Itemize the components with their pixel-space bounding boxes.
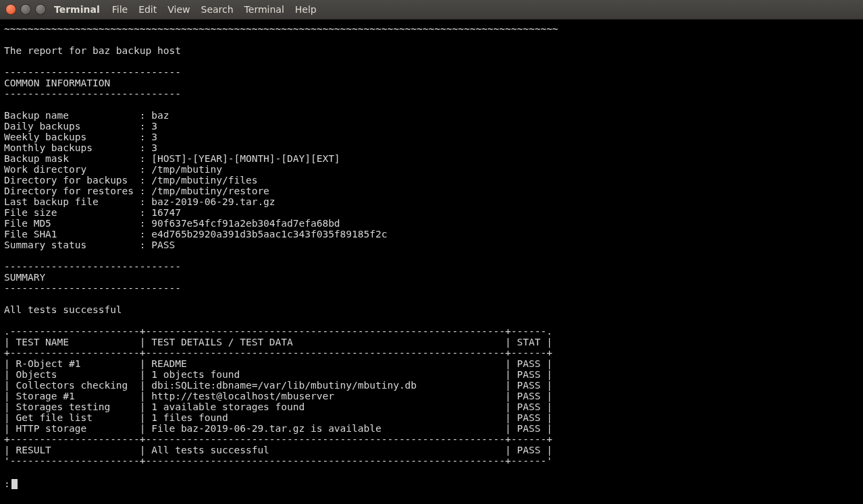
menu-search[interactable]: Search <box>196 4 239 15</box>
terminal-line: ------------------------------ <box>4 261 859 272</box>
terminal-line <box>4 315 859 326</box>
menu-help[interactable]: Help <box>290 4 322 15</box>
terminal-line: File SHA1 : e4d765b2920a391d3b5aac1c343f… <box>4 229 859 240</box>
terminal-line: '----------------------+----------------… <box>4 455 859 466</box>
terminal-line: Summary status : PASS <box>4 240 859 250</box>
terminal-line: COMMON INFORMATION <box>4 78 859 88</box>
terminal-line <box>4 34 859 45</box>
terminal-line: Monthly backups : 3 <box>4 142 859 153</box>
cursor-icon <box>11 479 18 489</box>
terminal-line: ~~~~~~~~~~~~~~~~~~~~~~~~~~~~~~~~~~~~~~~~… <box>4 24 859 34</box>
terminal-line <box>4 250 859 261</box>
menu-terminal[interactable]: Terminal <box>239 4 290 15</box>
terminal-line <box>4 293 859 304</box>
terminal-line: ------------------------------ <box>4 67 859 78</box>
terminal-line: | Storage #1 | http://test@localhost/mbu… <box>4 391 859 401</box>
terminal-prompt[interactable]: : <box>4 478 859 489</box>
terminal-line: | Collectors checking | dbi:SQLite:dbnam… <box>4 380 859 391</box>
terminal-line: | Objects | 1 objects found | PASS | <box>4 369 859 380</box>
minimize-icon[interactable] <box>20 4 31 15</box>
terminal-line: | R-Object #1 | README | PASS | <box>4 358 859 369</box>
window-controls <box>5 4 46 15</box>
terminal-line: Last backup file : baz-2019-06-29.tar.gz <box>4 196 859 207</box>
terminal-line: File MD5 : 90f637e54fcf91a2eb304fad7efa6… <box>4 218 859 229</box>
terminal-line: ------------------------------ <box>4 88 859 99</box>
window-titlebar: Terminal File Edit View Search Terminal … <box>0 0 863 20</box>
close-icon[interactable] <box>5 4 16 15</box>
terminal-line: Daily backups : 3 <box>4 121 859 132</box>
menu-edit[interactable]: Edit <box>133 4 162 15</box>
menu-file[interactable]: File <box>107 4 133 15</box>
app-name: Terminal <box>54 4 100 15</box>
terminal-line: +----------------------+----------------… <box>4 434 859 445</box>
menu-view[interactable]: View <box>162 4 195 15</box>
menubar: Terminal File Edit View Search Terminal … <box>54 4 322 15</box>
terminal-output[interactable]: ~~~~~~~~~~~~~~~~~~~~~~~~~~~~~~~~~~~~~~~~… <box>0 20 863 493</box>
terminal-line: | Get file list | 1 files found | PASS | <box>4 412 859 423</box>
terminal-line: +----------------------+----------------… <box>4 347 859 358</box>
terminal-line: SUMMARY <box>4 272 859 283</box>
terminal-line: .----------------------+----------------… <box>4 326 859 337</box>
terminal-line: | TEST NAME | TEST DETAILS / TEST DATA |… <box>4 337 859 347</box>
terminal-line <box>4 99 859 110</box>
terminal-line: Work directory : /tmp/mbutiny <box>4 164 859 175</box>
terminal-line: Weekly backups : 3 <box>4 132 859 142</box>
terminal-line: | RESULT | All tests successful | PASS | <box>4 445 859 455</box>
terminal-line: All tests successful <box>4 304 859 315</box>
terminal-line: The report for baz backup host <box>4 45 859 56</box>
terminal-line: Directory for backups : /tmp/mbutiny/fil… <box>4 175 859 186</box>
terminal-line <box>4 56 859 67</box>
terminal-line: Backup name : baz <box>4 110 859 121</box>
terminal-line: Directory for restores : /tmp/mbutiny/re… <box>4 186 859 196</box>
terminal-line: File size : 16747 <box>4 207 859 218</box>
terminal-line: Backup mask : [HOST]-[YEAR]-[MONTH]-[DAY… <box>4 153 859 164</box>
terminal-line: | HTTP storage | File baz-2019-06-29.tar… <box>4 423 859 434</box>
terminal-line: ------------------------------ <box>4 283 859 293</box>
terminal-line: | Storages testing | 1 available storage… <box>4 401 859 412</box>
maximize-icon[interactable] <box>35 4 46 15</box>
